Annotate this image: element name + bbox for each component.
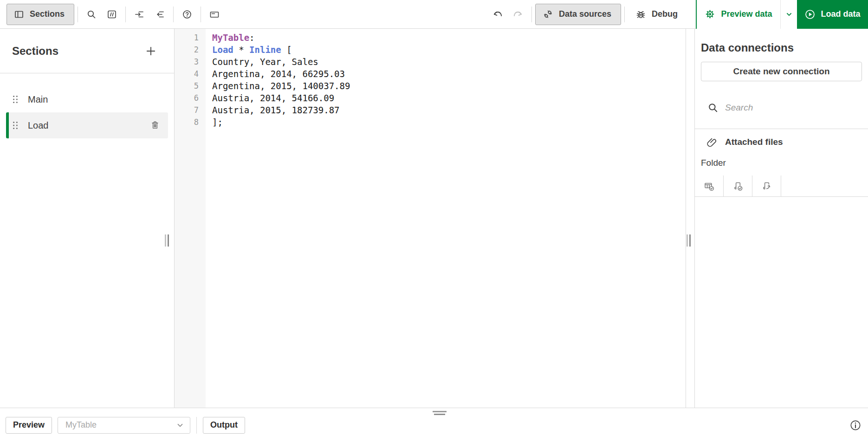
data-sources-button[interactable]: Data sources (535, 4, 621, 25)
insert-script-button[interactable] (724, 176, 752, 196)
attached-files-connection[interactable]: Attached files (695, 129, 868, 155)
section-item-label: Main (28, 94, 48, 105)
chevron-down-icon (175, 420, 185, 430)
panel-layout-icon (14, 9, 24, 20)
bug-icon (635, 9, 646, 20)
load-data-button[interactable]: Load data (797, 0, 868, 29)
line-number: 3 (175, 56, 206, 68)
redo-icon (512, 9, 524, 20)
indent-icon (134, 9, 144, 20)
outdent-button[interactable] (149, 4, 170, 25)
drag-grip-icon[interactable] (13, 121, 18, 130)
code-line[interactable]: Country, Year, Sales (212, 56, 686, 68)
folder-connection-label: Folder (695, 157, 868, 169)
bottom-bar-divider (196, 417, 197, 434)
add-section-button[interactable] (144, 45, 157, 58)
drag-grip-icon[interactable] (13, 95, 18, 104)
connections-search[interactable] (707, 100, 868, 116)
section-item-label: Load (28, 120, 49, 131)
line-numbers: 12345678 (175, 29, 206, 408)
load-script-button[interactable] (752, 176, 781, 196)
outdent-icon (155, 9, 165, 20)
code-segment-tbl: MyTable (212, 32, 249, 43)
output-bar: Preview MyTable Output (0, 408, 868, 442)
sections-title: Sections (12, 45, 58, 58)
table-selector-value: MyTable (65, 420, 97, 430)
section-item-main[interactable]: Main (6, 86, 168, 112)
code-segment-pln: Austria, 2015, 182739.87 (212, 105, 340, 115)
line-number: 8 (175, 116, 206, 128)
toolbar-divider (125, 6, 126, 22)
search-script-button[interactable] (81, 4, 102, 25)
connections-search-input[interactable] (725, 103, 836, 113)
code-line[interactable]: Argentina, 2014, 66295.03 (212, 68, 686, 80)
resize-handle[interactable] (433, 411, 447, 415)
sections-toggle-label: Sections (30, 9, 65, 19)
run-actions-group: Preview data Load data (696, 0, 868, 29)
undo-icon (492, 9, 503, 20)
create-connection-button[interactable]: Create new connection (701, 62, 862, 81)
help-button[interactable] (177, 4, 197, 25)
debug-label: Debug (652, 9, 678, 19)
debug-button[interactable]: Debug (628, 4, 687, 25)
comment-icon (107, 9, 117, 20)
code-segment-pln: : (249, 32, 254, 43)
gear-arrow-icon (705, 9, 715, 20)
right-panel-splitter[interactable] (687, 234, 691, 247)
code-line[interactable]: Argentina, 2015, 140037.89 (212, 80, 686, 92)
code-segment-pln: ]; (212, 117, 223, 127)
line-number: 6 (175, 92, 206, 104)
sections-header: Sections (0, 29, 174, 73)
section-item-load[interactable]: Load (6, 112, 168, 138)
toolbar-divider (531, 6, 532, 22)
script-arrow-icon (761, 181, 772, 192)
preview-button[interactable]: Preview (6, 417, 52, 434)
line-number: 4 (175, 68, 206, 80)
script-editor: 12345678 MyTable:Load * Inline [Country,… (175, 29, 686, 408)
info-button[interactable] (849, 419, 862, 432)
preview-data-button[interactable]: Preview data (697, 0, 780, 29)
output-button[interactable]: Output (203, 417, 245, 434)
select-data-button[interactable] (695, 176, 724, 196)
data-connections-title: Data connections (701, 41, 868, 54)
top-toolbar: Sections (0, 0, 868, 29)
code-segment-kw: Load (212, 45, 233, 55)
toolbar-divider (201, 6, 201, 22)
left-panel-splitter[interactable] (165, 234, 169, 247)
redo-button[interactable] (508, 4, 528, 25)
code-line[interactable]: MyTable: (212, 32, 686, 44)
search-icon (86, 9, 97, 20)
line-number: 2 (175, 44, 206, 56)
table-selector[interactable]: MyTable (58, 417, 190, 434)
undo-button[interactable] (487, 4, 508, 25)
code-line[interactable]: Austria, 2014, 54166.09 (212, 92, 686, 104)
code-line[interactable]: Austria, 2015, 182739.87 (212, 104, 686, 116)
hints-toggle-button[interactable] (204, 4, 225, 25)
comment-button[interactable] (102, 4, 122, 25)
toolbar-divider (78, 6, 78, 22)
help-icon (182, 9, 192, 20)
sections-toggle-button[interactable]: Sections (6, 4, 74, 25)
code-segment-pln: [ (281, 45, 292, 55)
line-number: 5 (175, 80, 206, 92)
plus-icon (145, 46, 156, 57)
toolbar-divider (624, 6, 625, 22)
code-line[interactable]: Load * Inline [ (212, 44, 686, 56)
search-icon (707, 102, 719, 113)
note-icon (209, 9, 220, 20)
plug-icon (543, 9, 553, 20)
code-line[interactable]: ]; (212, 116, 686, 128)
line-number: 1 (175, 32, 206, 44)
data-connections-panel: Data connections Create new connection A… (694, 29, 868, 408)
preview-options-dropdown[interactable] (780, 0, 797, 29)
code-segment-pln: Austria, 2014, 54166.09 (212, 93, 334, 103)
chevron-down-icon (784, 10, 794, 19)
toolbar-divider (173, 6, 174, 22)
code-segment-pln: Country, Year, Sales (212, 57, 318, 67)
code-lines[interactable]: MyTable:Load * Inline [Country, Year, Sa… (206, 29, 686, 408)
indent-button[interactable] (129, 4, 149, 25)
sections-sidebar: Sections Main (0, 29, 175, 408)
delete-section-button[interactable] (149, 120, 161, 131)
code-segment-pln: Argentina, 2015, 140037.89 (212, 81, 350, 91)
code-segment-pln: * (233, 45, 249, 55)
